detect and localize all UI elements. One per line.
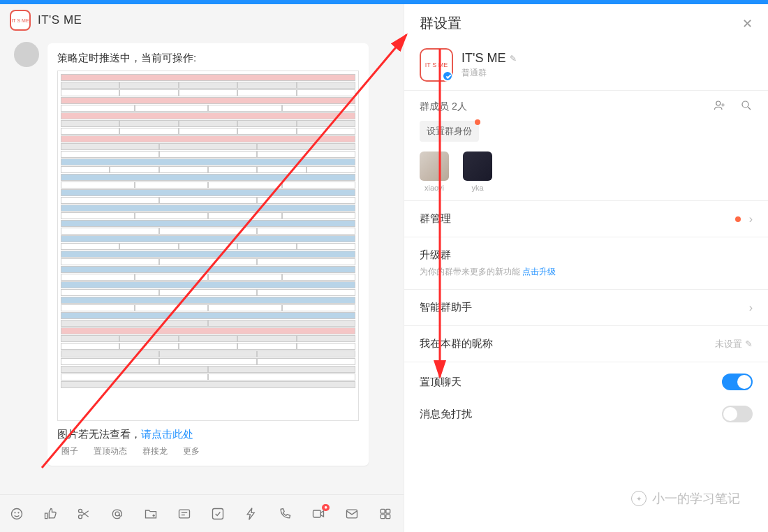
mute-row: 消息免打扰 xyxy=(404,401,768,434)
video-badge: ● xyxy=(322,504,330,511)
member-name: yka xyxy=(471,184,483,192)
pin-toggle[interactable] xyxy=(722,374,753,390)
settings-panel: 群设置 ✕ IT S ME IT'S ME ✎ 普通群 xyxy=(404,4,768,532)
member-avatar xyxy=(420,152,449,181)
scissors-icon[interactable] xyxy=(77,507,91,521)
upgrade-sub-text: 为你的群带来更多的新功能 xyxy=(420,267,522,276)
tag-more[interactable]: 更多 xyxy=(183,445,200,457)
group-avatar: IT S ME xyxy=(420,48,453,82)
nickname-row[interactable]: 我在本群的昵称 未设置 ✎ xyxy=(404,326,768,362)
link-prefix: 图片若无法查看， xyxy=(57,428,141,440)
table-preview xyxy=(61,74,355,418)
check-icon[interactable] xyxy=(211,507,225,521)
phone-icon[interactable] xyxy=(278,507,292,521)
members-section: 群成员 2人 设置群身份 xiaoyi yka xyxy=(404,91,768,200)
group-info-row[interactable]: IT S ME IT'S ME ✎ 普通群 xyxy=(420,48,753,82)
identity-red-dot xyxy=(475,119,480,125)
manage-red-dot xyxy=(735,216,741,222)
upgrade-label: 升级群 xyxy=(420,249,451,262)
settings-header: 群设置 ✕ xyxy=(404,4,768,40)
tag-chain[interactable]: 群接龙 xyxy=(142,445,168,457)
close-icon[interactable]: ✕ xyxy=(742,16,753,31)
member-avatars: xiaoyi yka xyxy=(420,152,753,192)
svg-point-2 xyxy=(18,512,19,512)
group-avatar-text: IT S ME xyxy=(425,61,448,68)
svg-rect-10 xyxy=(381,509,385,513)
svg-point-5 xyxy=(115,512,119,516)
svg-point-15 xyxy=(742,101,748,108)
member-name: xiaoyi xyxy=(424,184,444,192)
upgrade-sub: 为你的群带来更多的新功能 点击升级 xyxy=(420,266,556,278)
settings-title: 群设置 xyxy=(420,14,461,33)
group-avatar-small[interactable]: IT S ME xyxy=(10,10,31,31)
upgrade-row[interactable]: 升级群 为你的群带来更多的新功能 点击升级 xyxy=(404,237,768,289)
svg-rect-6 xyxy=(179,510,190,518)
group-manage-row[interactable]: 群管理 › xyxy=(404,201,768,237)
svg-point-1 xyxy=(15,512,15,512)
nickname-value: 未设置 ✎ xyxy=(715,338,753,350)
members-count: 群成员 2人 xyxy=(420,101,467,113)
mute-toggle[interactable] xyxy=(722,406,753,422)
mute-label: 消息免打扰 xyxy=(420,408,472,421)
input-toolbar: ● xyxy=(0,494,404,532)
card-icon[interactable] xyxy=(177,507,191,521)
message-text: 策略定时推送中，当前可操作: xyxy=(57,52,359,65)
svg-point-0 xyxy=(12,508,22,519)
member-item[interactable]: yka xyxy=(463,152,492,192)
svg-rect-13 xyxy=(386,514,390,518)
video-icon[interactable]: ● xyxy=(311,507,325,521)
group-info-section: IT S ME IT'S ME ✎ 普通群 xyxy=(404,40,768,90)
at-icon[interactable] xyxy=(110,507,124,521)
chat-title: IT'S ME xyxy=(38,13,82,27)
chat-header: IT S ME IT'S ME xyxy=(0,4,404,36)
svg-rect-11 xyxy=(386,509,390,513)
search-member-icon[interactable] xyxy=(740,99,753,114)
svg-point-4 xyxy=(79,515,82,518)
member-item[interactable]: xiaoyi xyxy=(420,152,449,192)
identity-label: 设置群身份 xyxy=(427,126,472,136)
sender-avatar[interactable] xyxy=(14,42,39,67)
chevron-right-icon: › xyxy=(749,302,753,314)
nickname-label: 我在本群的昵称 xyxy=(420,337,493,350)
svg-point-14 xyxy=(716,101,721,105)
set-identity-button[interactable]: 设置群身份 xyxy=(420,121,479,142)
tag-circle[interactable]: 圈子 xyxy=(61,445,78,457)
svg-rect-7 xyxy=(213,508,223,519)
svg-rect-8 xyxy=(313,510,321,517)
chevron-right-icon: › xyxy=(749,213,753,226)
avatar-text: IT S ME xyxy=(11,18,29,23)
message-tags: 圈子 置顶动态 群接龙 更多 xyxy=(57,441,359,457)
group-name-text: IT'S ME xyxy=(461,51,505,66)
group-type: 普通群 xyxy=(461,67,517,79)
like-icon[interactable] xyxy=(43,507,57,521)
message-image[interactable] xyxy=(57,71,359,421)
view-image-link[interactable]: 请点击此处 xyxy=(141,428,193,440)
upgrade-link[interactable]: 点击升级 xyxy=(522,267,556,276)
message-row: 策略定时推送中，当前可操作: xyxy=(14,43,390,466)
tag-pin[interactable]: 置顶动态 xyxy=(94,445,127,457)
app-icon[interactable] xyxy=(378,507,392,521)
add-member-icon[interactable] xyxy=(714,99,726,114)
edit-name-icon[interactable]: ✎ xyxy=(510,54,517,64)
verify-badge-icon xyxy=(442,71,453,82)
emoji-icon[interactable] xyxy=(10,507,24,521)
assistant-row[interactable]: 智能群助手 › xyxy=(404,290,768,325)
assistant-label: 智能群助手 xyxy=(420,301,472,314)
chat-messages: 策略定时推送中，当前可操作: xyxy=(0,36,404,494)
members-header: 群成员 2人 xyxy=(420,99,753,114)
mail-icon[interactable] xyxy=(345,507,359,521)
svg-rect-12 xyxy=(381,514,385,518)
nickname-text: 未设置 xyxy=(715,338,742,350)
pin-label: 置顶聊天 xyxy=(420,376,461,389)
message-link-row: 图片若无法查看，请点击此处 xyxy=(57,428,359,441)
svg-rect-9 xyxy=(347,510,357,518)
group-name: IT'S ME ✎ xyxy=(461,51,517,66)
manage-label: 群管理 xyxy=(420,212,451,226)
chat-panel: IT S ME IT'S ME 策略定时推送中，当前可操作: xyxy=(0,4,404,532)
folder-add-icon[interactable] xyxy=(144,507,158,521)
message-bubble: 策略定时推送中，当前可操作: xyxy=(47,43,369,466)
bolt-icon[interactable] xyxy=(244,507,258,521)
pin-chat-row: 置顶聊天 xyxy=(404,362,768,401)
svg-point-3 xyxy=(79,509,82,512)
edit-nickname-icon[interactable]: ✎ xyxy=(745,339,753,349)
